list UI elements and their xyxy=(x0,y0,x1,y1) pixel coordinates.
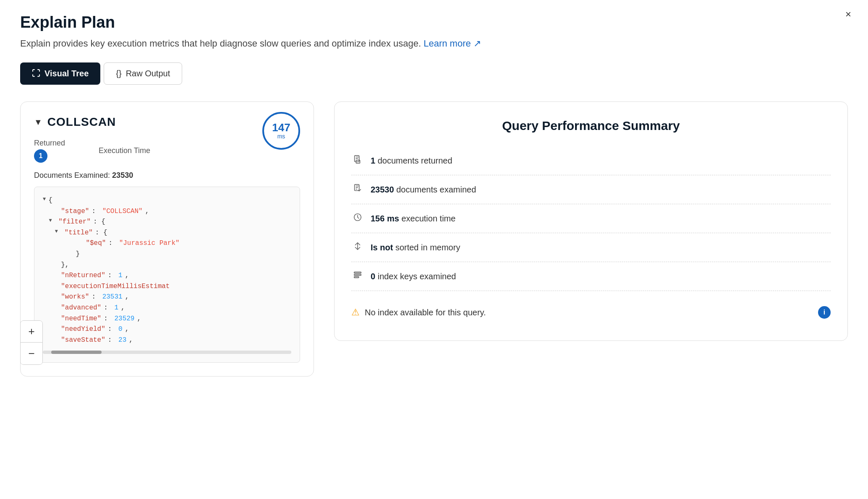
code-line: "saveState" : 23 , xyxy=(43,335,291,346)
perf-item-exec-time: 156 ms execution time xyxy=(351,204,831,233)
code-line: "$eq" : "Jurassic Park" xyxy=(43,238,291,249)
code-line: "needTime" : 23529 , xyxy=(43,314,291,325)
svg-rect-6 xyxy=(354,277,359,278)
page-container: × Explain Plan Explain provides key exec… xyxy=(0,0,868,390)
learn-more-link[interactable]: Learn more ↗ xyxy=(424,38,481,49)
stats-row: Returned 1 Execution Time xyxy=(34,139,300,163)
index-keys-icon xyxy=(351,270,364,282)
code-line: ▼ "title" : { xyxy=(43,228,291,239)
warning-row: ⚠ No index available for this query. i xyxy=(351,301,831,324)
collscan-header: ▼ COLLSCAN xyxy=(34,115,300,129)
performance-summary-panel: Query Performance Summary 1 documents re… xyxy=(334,101,848,341)
documents-examined: Documents Examined: 23530 xyxy=(34,171,300,180)
info-button[interactable]: i xyxy=(818,306,831,319)
collscan-title: COLLSCAN xyxy=(47,115,116,129)
clock-icon xyxy=(351,213,364,224)
zoom-in-button[interactable]: + xyxy=(21,321,42,343)
horizontal-scrollbar[interactable] xyxy=(43,351,291,354)
raw-output-icon: {} xyxy=(116,69,121,78)
close-button[interactable]: × xyxy=(845,8,851,20)
code-line: "works" : 23531 , xyxy=(43,292,291,303)
toggle-icon[interactable]: ▼ xyxy=(43,217,52,225)
code-line: ▼ { xyxy=(43,195,291,206)
warning-text: No index available for this query. xyxy=(365,308,813,317)
toolbar: ⛶ Visual Tree {} Raw Output xyxy=(20,62,848,85)
timer-value: 147 xyxy=(272,122,290,133)
page-title: Explain Plan xyxy=(20,13,848,31)
performance-panel-title: Query Performance Summary xyxy=(351,119,831,133)
timer-unit: ms xyxy=(277,133,285,140)
code-line: "advanced" : 1 , xyxy=(43,303,291,314)
collscan-card: ▼ COLLSCAN 147 ms Returned 1 Execution T… xyxy=(20,101,314,377)
collapse-arrow-icon[interactable]: ▼ xyxy=(34,117,42,127)
toggle-icon[interactable]: ▼ xyxy=(43,228,58,236)
visual-tree-icon: ⛶ xyxy=(32,69,40,78)
main-content: ▼ COLLSCAN 147 ms Returned 1 Execution T… xyxy=(20,101,848,377)
sort-icon xyxy=(351,242,364,253)
code-line: ▼ "filter" : { xyxy=(43,217,291,228)
perf-item-sorted: Is not sorted in memory xyxy=(351,233,831,262)
docs-returned-icon xyxy=(351,155,364,166)
visual-tree-button[interactable]: ⛶ Visual Tree xyxy=(20,62,100,85)
scrollbar-thumb[interactable] xyxy=(51,351,102,354)
perf-item-docs-returned: 1 documents returned xyxy=(351,146,831,175)
code-line: "nReturned" : 1 , xyxy=(43,270,291,281)
execution-time-circle: 147 ms xyxy=(262,112,300,150)
raw-output-button[interactable]: {} Raw Output xyxy=(104,62,182,85)
perf-item-index-keys: 0 index keys examined xyxy=(351,262,831,291)
zoom-out-button[interactable]: − xyxy=(21,343,42,364)
returned-badge: 1 xyxy=(34,149,47,163)
execution-time-stat: Execution Time xyxy=(99,146,150,155)
perf-item-docs-examined: 23530 documents examined xyxy=(351,175,831,204)
code-block: ▼ { "stage" : "COLLSCAN" , ▼ "filter" : … xyxy=(34,187,300,363)
svg-rect-4 xyxy=(354,272,361,273)
code-line: "needYield" : 0 , xyxy=(43,324,291,335)
returned-stat: Returned 1 xyxy=(34,139,65,163)
page-subtitle: Explain provides key execution metrics t… xyxy=(20,38,848,49)
code-line: } xyxy=(43,249,291,260)
svg-rect-5 xyxy=(354,274,361,275)
toggle-icon[interactable]: ▼ xyxy=(43,195,46,203)
code-line: "executionTimeMillisEstimat xyxy=(43,281,291,292)
docs-examined-icon xyxy=(351,184,364,195)
code-line: "stage" : "COLLSCAN" , xyxy=(43,206,291,217)
code-line: }, xyxy=(43,260,291,271)
warning-icon: ⚠ xyxy=(351,307,360,318)
zoom-controls: + − xyxy=(20,320,43,365)
